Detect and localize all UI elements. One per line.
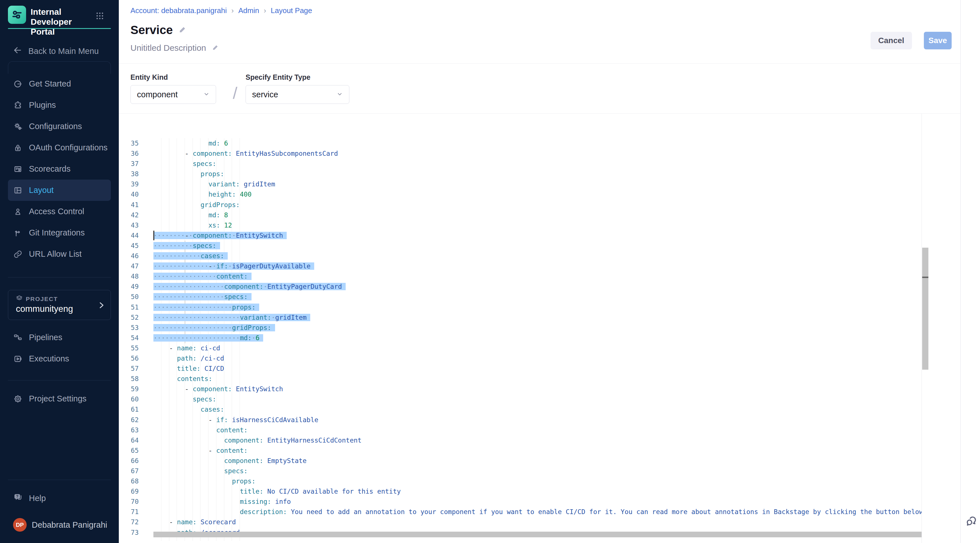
code-line-53[interactable]: 53····················gridProps: [119, 323, 921, 333]
code-line-51[interactable]: 51····················props: [119, 302, 921, 312]
horizontal-scrollbar[interactable] [153, 532, 921, 537]
code-line-44[interactable]: 44········-·component:·EntitySwitch [119, 230, 921, 240]
help-menu-item[interactable]: ? Help [8, 488, 111, 509]
sidebar-item-git-integrations[interactable]: Git Integrations [8, 222, 111, 244]
code-line-41[interactable]: 41 gridProps: [119, 200, 921, 210]
code-line-63[interactable]: 63 content: [119, 425, 921, 435]
code-line-42[interactable]: 42 md: 8 [119, 210, 921, 220]
code-text: variant: gridItem [153, 179, 275, 189]
code-line-56[interactable]: 56 path: /ci-cd [119, 353, 921, 363]
code-line-38[interactable]: 38 props: [119, 169, 921, 179]
user-menu[interactable]: DP Debabrata Panigrahi [13, 518, 107, 532]
line-number: 53 [119, 323, 138, 333]
code-line-67[interactable]: 67 specs: [119, 466, 921, 476]
code-line-72[interactable]: 72 - name: Scorecard [119, 517, 921, 527]
breadcrumb-link[interactable]: Admin [238, 6, 259, 15]
sidebar-item-get-started[interactable]: Get Started [8, 73, 111, 94]
line-number: 55 [119, 343, 138, 353]
code-line-52[interactable]: 52······················variant:·gridIte… [119, 312, 921, 323]
sidebar-item-label: Pipelines [29, 333, 62, 342]
entity-type-value: service [252, 90, 278, 99]
code-line-35[interactable]: 35 md: 6 [119, 138, 921, 148]
code-text: props: [153, 476, 256, 486]
code-text: height: 400 [153, 189, 251, 199]
code-line-36[interactable]: 36 - component: EntityHasSubcomponentsCa… [119, 148, 921, 159]
sidebar-item-plugins[interactable]: Plugins [8, 94, 111, 116]
sidebar: Internal Developer Portal Back to Main M… [0, 0, 119, 543]
app-grid-icon[interactable] [96, 12, 104, 21]
entity-kind-select[interactable]: component [130, 85, 216, 104]
selection-highlight: ····················gridProps: [153, 324, 275, 331]
code-line-65[interactable]: 65 - content: [119, 446, 921, 455]
project-name: communityeng [16, 304, 73, 314]
code-line-45[interactable]: 45··········specs: [119, 240, 921, 251]
code-line-57[interactable]: 57 title: CI/CD [119, 363, 921, 374]
entity-type-select[interactable]: service [245, 85, 349, 104]
sidebar-item-project-settings[interactable]: Project Settings [8, 388, 111, 409]
sidebar-item-access-control[interactable]: Access Control [8, 201, 111, 222]
edit-title-pencil-icon[interactable] [178, 25, 187, 35]
cancel-button[interactable]: Cancel [870, 32, 912, 49]
oauth-lock-icon [13, 143, 23, 153]
code-text: description: You need to add an annotati… [153, 507, 921, 517]
code-text: component: EmptyState [153, 455, 307, 466]
code-line-69[interactable]: 69 title: No CI/CD available for this en… [119, 486, 921, 497]
code-text: ············cases: [153, 251, 228, 261]
vertical-scrollbar[interactable] [922, 248, 928, 369]
selection-highlight: ········-·component:·EntitySwitch [153, 232, 287, 239]
breadcrumb-link[interactable]: Account: debabrata.panigrahi [130, 6, 227, 15]
code-line-37[interactable]: 37 specs: [119, 159, 921, 169]
code-line-49[interactable]: 49··················component:·EntityPag… [119, 282, 921, 291]
code-text: - if: isHarnessCiCdAvailable [153, 415, 318, 425]
sidebar-item-scorecards[interactable]: Scorecards [8, 158, 111, 180]
sidebar-item-layout[interactable]: Layout [8, 180, 111, 201]
code-line-40[interactable]: 40 height: 400 [119, 189, 921, 199]
selection-highlight: ················content: [153, 272, 251, 280]
code-line-68[interactable]: 68 props: [119, 476, 921, 486]
code-line-50[interactable]: 50··················specs: [119, 291, 921, 302]
code-line-61[interactable]: 61 cases: [119, 404, 921, 414]
code-line-39[interactable]: 39 variant: gridItem [119, 179, 921, 189]
edit-description-pencil-icon[interactable] [212, 44, 219, 52]
line-number: 48 [119, 271, 138, 282]
save-button[interactable]: Save [924, 32, 951, 49]
sidebar-item-pipelines[interactable]: Pipelines [8, 327, 111, 348]
code-line-43[interactable]: 43 xs: 12 [119, 220, 921, 230]
breadcrumb-link[interactable]: Layout Page [271, 6, 312, 15]
code-line-54[interactable]: 54······················md:·6 [119, 333, 921, 343]
line-number: 62 [119, 415, 138, 425]
code-text: md: 8 [153, 210, 228, 220]
code-line-47[interactable]: 47··············-·if:·isPagerDutyAvailab… [119, 261, 921, 271]
page-title: Service [130, 23, 173, 37]
line-number: 38 [119, 169, 138, 179]
code-line-71[interactable]: 71 description: You need to add an annot… [119, 507, 921, 517]
code-text: ····················props: [153, 302, 259, 312]
sidebar-item-url-allow-list[interactable]: URL Allow List [8, 244, 111, 265]
harness-idp-logo [8, 6, 26, 24]
code-line-66[interactable]: 66 component: EmptyState [119, 455, 921, 466]
code-text: specs: [153, 394, 216, 404]
code-line-59[interactable]: 59 - component: EntitySwitch [119, 384, 921, 394]
back-label: Back to Main Menu [29, 46, 99, 56]
sidebar-item-configurations[interactable]: Configurations [8, 116, 111, 137]
code-line-70[interactable]: 70 missing: info [119, 497, 921, 507]
support-chat-icon[interactable] [965, 514, 978, 529]
code-line-46[interactable]: 46············cases: [119, 251, 921, 261]
yaml-editor[interactable]: 35 md: 636 - component: EntityHasSubcomp… [119, 114, 921, 543]
code-text: ··················specs: [153, 291, 251, 302]
divider [8, 380, 111, 381]
back-to-main-menu[interactable]: Back to Main Menu [8, 44, 111, 58]
project-selector[interactable]: PROJECT communityeng [8, 290, 111, 320]
code-area[interactable]: 35 md: 636 - component: EntityHasSubcomp… [119, 138, 921, 538]
selection-highlight: ··········specs: [153, 242, 220, 249]
code-line-62[interactable]: 62 - if: isHarnessCiCdAvailable [119, 415, 921, 425]
code-line-48[interactable]: 48················content: [119, 271, 921, 282]
accent-divider [8, 28, 111, 29]
line-number: 52 [119, 312, 138, 323]
code-line-60[interactable]: 60 specs: [119, 394, 921, 404]
sidebar-item-executions[interactable]: Executions [8, 348, 111, 369]
sidebar-item-oauth-configurations[interactable]: OAuth Configurations [8, 137, 111, 158]
code-line-55[interactable]: 55 - name: ci-cd [119, 343, 921, 353]
code-line-64[interactable]: 64 component: EntityHarnessCiCdContent [119, 435, 921, 446]
code-line-58[interactable]: 58 contents: [119, 374, 921, 384]
